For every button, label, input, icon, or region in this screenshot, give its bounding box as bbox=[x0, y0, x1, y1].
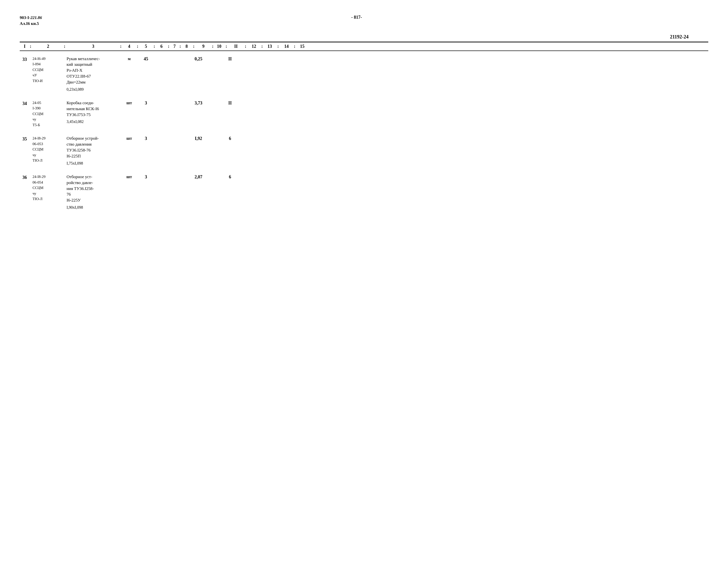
row-qty-33: 45 bbox=[139, 56, 153, 63]
row-unit-36: шт bbox=[122, 174, 137, 180]
sep2: : bbox=[64, 44, 66, 49]
row-qty-34: 3 bbox=[139, 100, 153, 107]
page-header: 903-I-221.86 Ал.I6 кн.5 - 817- bbox=[20, 15, 708, 27]
sep10: : bbox=[225, 44, 227, 49]
row-price-35: I,92 bbox=[190, 136, 207, 142]
col-header-13: 13 bbox=[262, 44, 277, 49]
col-header-5: 5 bbox=[139, 44, 153, 49]
row-unit-34: шт bbox=[122, 100, 137, 107]
row-num-36: 36 bbox=[20, 174, 30, 181]
row-qty-36: 3 bbox=[139, 174, 153, 181]
row-code-35: 24-I8-29 06-053 ССЦМ чу ТIО-Л bbox=[32, 136, 64, 163]
sep13: : bbox=[277, 44, 279, 49]
col-header-6: 6 bbox=[155, 44, 168, 49]
doc-ref: 903-I-221.86 Ал.I6 кн.5 bbox=[20, 15, 42, 27]
row-unit-35: шт bbox=[122, 136, 137, 142]
page-number: - 817- bbox=[42, 15, 671, 20]
doc-ref-line1: 903-I- bbox=[20, 15, 30, 20]
col-header-12: 12 bbox=[247, 44, 261, 49]
row-qty-35: 3 bbox=[139, 136, 153, 142]
row-num-34: 34 bbox=[20, 100, 30, 107]
sep5: : bbox=[153, 44, 155, 49]
col-header-8: 8 bbox=[180, 44, 193, 49]
sep6: : bbox=[168, 44, 170, 49]
col-header-1: I bbox=[20, 44, 30, 49]
row-price-33: 0,25 bbox=[190, 56, 207, 63]
sep8: : bbox=[193, 44, 195, 49]
row-coeff-35: I,75хI,098 bbox=[67, 161, 120, 166]
sep11: : bbox=[245, 44, 247, 49]
row-desc-33: Рукав металличес- кий защитный Рз-АП-Х О… bbox=[66, 56, 120, 92]
table-row: 33 24-I6-49 I-094 ССЦМ чУ ТIО-И Рукав ме… bbox=[20, 51, 708, 93]
doc-ref-italic: 221.86 bbox=[30, 15, 42, 20]
main-table: I : 2 : 3 : 4 : 5 : 6 : 7 : 8 : 9 : 10 :… bbox=[20, 42, 708, 212]
sep1: : bbox=[30, 44, 32, 49]
table-header: I : 2 : 3 : 4 : 5 : 6 : 7 : 8 : 9 : 10 :… bbox=[20, 42, 708, 51]
row-num-33: 33 bbox=[20, 56, 30, 63]
row-num-35: 35 bbox=[20, 136, 30, 142]
col-header-15: 15 bbox=[295, 44, 310, 49]
row-c11-33: II bbox=[221, 56, 239, 63]
table-row: 35 24-I8-29 06-053 ССЦМ чу ТIО-Л Отборно… bbox=[20, 130, 708, 167]
row-desc-35: Отборное устрой- ство давления ТУ36.I258… bbox=[66, 136, 120, 166]
row-c11-35: 6 bbox=[221, 136, 239, 142]
row-c11-36: 6 bbox=[221, 174, 239, 181]
col-header-11: II bbox=[227, 44, 245, 49]
row-code-36: 24-I8-29 06-054 ССЦМ чу ТIО-Л bbox=[32, 174, 64, 202]
table-row: 34 24-05 I-390 ССЦМ чу Т5-Б Коробка соед… bbox=[20, 94, 708, 129]
col-header-9: 9 bbox=[195, 44, 212, 49]
document-number: 21192-24 bbox=[20, 34, 689, 40]
row-price-34: 3,73 bbox=[190, 100, 207, 107]
row-code-34: 24-05 I-390 ССЦМ чу Т5-Б bbox=[32, 100, 64, 128]
row-c11-34: II bbox=[221, 100, 239, 107]
col-header-3: 3 bbox=[66, 44, 120, 49]
row-coeff-34: 3,45хI,082 bbox=[67, 119, 120, 124]
sep3: : bbox=[120, 44, 122, 49]
row-coeff-33: 0,23хI,089 bbox=[67, 87, 120, 92]
row-price-36: 2,07 bbox=[190, 174, 207, 181]
row-coeff-36: I,90хI,098 bbox=[67, 205, 120, 210]
doc-ref-line2: Ал.I6 кн.5 bbox=[20, 21, 42, 27]
col-header-7: 7 bbox=[170, 44, 179, 49]
sep4: : bbox=[137, 44, 139, 49]
col-header-10: 10 bbox=[213, 44, 225, 49]
col-header-4: 4 bbox=[122, 44, 137, 49]
table-row: 36 24-I8-29 06-054 ССЦМ чу ТIО-Л Отборно… bbox=[20, 168, 708, 211]
col-header-14: 14 bbox=[279, 44, 294, 49]
row-desc-36: Отборное уст- ройство давле- ния ТУ36.I2… bbox=[66, 174, 120, 210]
row-desc-34: Коробка соеди- нительная КСК-I6 ТУ36.I75… bbox=[66, 100, 120, 125]
col-header-2: 2 bbox=[32, 44, 64, 49]
row-code-33: 24-I6-49 I-094 ССЦМ чУ ТIО-И bbox=[32, 56, 64, 84]
row-unit-33: м bbox=[122, 56, 137, 62]
